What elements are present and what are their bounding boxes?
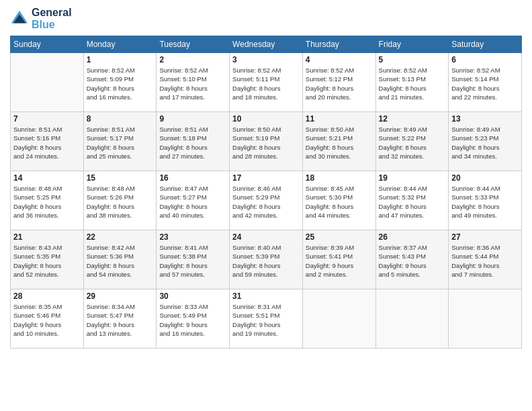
day-info: Sunrise: 8:34 AM Sunset: 5:47 PM Dayligh…	[87, 302, 154, 338]
calendar-cell	[11, 53, 84, 112]
calendar-cell: 24Sunrise: 8:40 AM Sunset: 5:39 PM Dayli…	[230, 230, 303, 289]
day-number: 6	[451, 55, 519, 64]
calendar-cell: 23Sunrise: 8:41 AM Sunset: 5:38 PM Dayli…	[157, 230, 230, 289]
day-number: 23	[159, 232, 226, 242]
weekday-header-row: SundayMondayTuesdayWednesdayThursdayFrid…	[11, 36, 522, 53]
calendar-cell: 1Sunrise: 8:52 AM Sunset: 5:09 PM Daylig…	[83, 53, 157, 112]
day-info: Sunrise: 8:45 AM Sunset: 5:30 PM Dayligh…	[306, 184, 373, 220]
day-info: Sunrise: 8:35 AM Sunset: 5:46 PM Dayligh…	[13, 302, 81, 338]
day-info: Sunrise: 8:51 AM Sunset: 5:18 PM Dayligh…	[159, 125, 226, 161]
day-number: 12	[379, 114, 446, 124]
calendar-week-2: 14Sunrise: 8:48 AM Sunset: 5:25 PM Dayli…	[11, 171, 522, 230]
calendar-cell: 28Sunrise: 8:35 AM Sunset: 5:46 PM Dayli…	[11, 289, 84, 349]
calendar-cell	[375, 289, 449, 349]
calendar-cell: 7Sunrise: 8:51 AM Sunset: 5:16 PM Daylig…	[11, 112, 84, 171]
calendar-cell: 27Sunrise: 8:36 AM Sunset: 5:44 PM Dayli…	[449, 230, 522, 289]
calendar-cell: 6Sunrise: 8:52 AM Sunset: 5:14 PM Daylig…	[449, 53, 522, 112]
day-number: 27	[451, 232, 519, 242]
day-number: 2	[159, 55, 226, 64]
day-info: Sunrise: 8:40 AM Sunset: 5:39 PM Dayligh…	[232, 243, 300, 279]
calendar-week-0: 1Sunrise: 8:52 AM Sunset: 5:09 PM Daylig…	[11, 53, 522, 112]
calendar-cell: 13Sunrise: 8:49 AM Sunset: 5:23 PM Dayli…	[449, 112, 522, 171]
calendar-cell: 4Sunrise: 8:52 AM Sunset: 5:12 PM Daylig…	[302, 53, 375, 112]
calendar-cell: 16Sunrise: 8:47 AM Sunset: 5:27 PM Dayli…	[157, 171, 230, 230]
day-number: 3	[232, 55, 300, 64]
weekday-header-wednesday: Wednesday	[230, 36, 303, 53]
calendar-cell: 15Sunrise: 8:48 AM Sunset: 5:26 PM Dayli…	[83, 171, 157, 230]
day-info: Sunrise: 8:51 AM Sunset: 5:16 PM Dayligh…	[13, 125, 81, 161]
day-info: Sunrise: 8:48 AM Sunset: 5:25 PM Dayligh…	[13, 184, 81, 220]
calendar-cell: 14Sunrise: 8:48 AM Sunset: 5:25 PM Dayli…	[11, 171, 84, 230]
day-info: Sunrise: 8:43 AM Sunset: 5:35 PM Dayligh…	[13, 243, 81, 279]
day-number: 25	[306, 232, 373, 242]
day-number: 21	[13, 232, 81, 242]
logo-text: General Blue	[32, 7, 72, 30]
day-number: 1	[87, 55, 154, 64]
weekday-header-monday: Monday	[83, 36, 157, 53]
day-info: Sunrise: 8:42 AM Sunset: 5:36 PM Dayligh…	[87, 243, 154, 279]
day-info: Sunrise: 8:52 AM Sunset: 5:09 PM Dayligh…	[87, 66, 154, 101]
day-number: 11	[306, 114, 373, 124]
day-info: Sunrise: 8:52 AM Sunset: 5:14 PM Dayligh…	[451, 66, 519, 101]
calendar-cell: 20Sunrise: 8:44 AM Sunset: 5:33 PM Dayli…	[449, 171, 522, 230]
day-number: 10	[232, 114, 300, 124]
calendar-cell: 8Sunrise: 8:51 AM Sunset: 5:17 PM Daylig…	[83, 112, 157, 171]
calendar-cell	[302, 289, 375, 349]
day-number: 7	[13, 114, 81, 124]
calendar-cell: 17Sunrise: 8:46 AM Sunset: 5:29 PM Dayli…	[230, 171, 303, 230]
weekday-header-sunday: Sunday	[11, 36, 84, 53]
calendar-cell: 3Sunrise: 8:52 AM Sunset: 5:11 PM Daylig…	[230, 53, 303, 112]
day-info: Sunrise: 8:50 AM Sunset: 5:21 PM Dayligh…	[306, 125, 373, 161]
day-info: Sunrise: 8:47 AM Sunset: 5:27 PM Dayligh…	[159, 184, 226, 220]
day-info: Sunrise: 8:49 AM Sunset: 5:23 PM Dayligh…	[451, 125, 519, 161]
day-info: Sunrise: 8:48 AM Sunset: 5:26 PM Dayligh…	[87, 184, 154, 220]
day-info: Sunrise: 8:52 AM Sunset: 5:10 PM Dayligh…	[159, 66, 226, 101]
day-info: Sunrise: 8:33 AM Sunset: 5:49 PM Dayligh…	[159, 302, 226, 338]
day-info: Sunrise: 8:41 AM Sunset: 5:38 PM Dayligh…	[159, 243, 226, 279]
day-number: 15	[87, 173, 154, 183]
page: General Blue SundayMondayTuesdayWednesda…	[0, 0, 532, 411]
day-number: 22	[87, 232, 154, 242]
weekday-header-saturday: Saturday	[449, 36, 522, 53]
weekday-header-thursday: Thursday	[302, 36, 375, 53]
calendar-cell: 9Sunrise: 8:51 AM Sunset: 5:18 PM Daylig…	[157, 112, 230, 171]
day-info: Sunrise: 8:46 AM Sunset: 5:29 PM Dayligh…	[232, 184, 300, 220]
day-info: Sunrise: 8:49 AM Sunset: 5:22 PM Dayligh…	[379, 125, 446, 161]
calendar-cell	[449, 289, 522, 349]
day-number: 30	[159, 291, 226, 301]
calendar-week-3: 21Sunrise: 8:43 AM Sunset: 5:35 PM Dayli…	[11, 230, 522, 289]
calendar-week-1: 7Sunrise: 8:51 AM Sunset: 5:16 PM Daylig…	[11, 112, 522, 171]
day-info: Sunrise: 8:52 AM Sunset: 5:11 PM Dayligh…	[232, 66, 300, 101]
calendar-cell: 31Sunrise: 8:31 AM Sunset: 5:51 PM Dayli…	[230, 289, 303, 349]
day-number: 9	[159, 114, 226, 124]
calendar-cell: 30Sunrise: 8:33 AM Sunset: 5:49 PM Dayli…	[157, 289, 230, 349]
calendar-cell: 11Sunrise: 8:50 AM Sunset: 5:21 PM Dayli…	[302, 112, 375, 171]
day-number: 13	[451, 114, 519, 124]
day-number: 20	[451, 173, 519, 183]
day-info: Sunrise: 8:51 AM Sunset: 5:17 PM Dayligh…	[87, 125, 154, 161]
day-info: Sunrise: 8:37 AM Sunset: 5:43 PM Dayligh…	[379, 243, 446, 279]
day-info: Sunrise: 8:36 AM Sunset: 5:44 PM Dayligh…	[451, 243, 519, 279]
day-number: 29	[87, 291, 154, 301]
calendar-cell: 5Sunrise: 8:52 AM Sunset: 5:13 PM Daylig…	[375, 53, 449, 112]
day-number: 19	[379, 173, 446, 183]
day-info: Sunrise: 8:52 AM Sunset: 5:12 PM Dayligh…	[306, 66, 373, 101]
calendar-cell: 18Sunrise: 8:45 AM Sunset: 5:30 PM Dayli…	[302, 171, 375, 230]
day-number: 18	[306, 173, 373, 183]
day-number: 24	[232, 232, 300, 242]
day-number: 8	[87, 114, 154, 124]
day-number: 5	[379, 55, 446, 64]
day-info: Sunrise: 8:50 AM Sunset: 5:19 PM Dayligh…	[232, 125, 300, 161]
calendar-cell: 21Sunrise: 8:43 AM Sunset: 5:35 PM Dayli…	[11, 230, 84, 289]
day-number: 26	[379, 232, 446, 242]
day-number: 17	[232, 173, 300, 183]
header: General Blue	[10, 7, 522, 30]
day-info: Sunrise: 8:52 AM Sunset: 5:13 PM Dayligh…	[379, 66, 446, 101]
day-number: 14	[13, 173, 81, 183]
calendar-cell: 12Sunrise: 8:49 AM Sunset: 5:22 PM Dayli…	[375, 112, 449, 171]
calendar-cell: 25Sunrise: 8:39 AM Sunset: 5:41 PM Dayli…	[302, 230, 375, 289]
calendar-cell: 10Sunrise: 8:50 AM Sunset: 5:19 PM Dayli…	[230, 112, 303, 171]
logo: General Blue	[10, 7, 72, 30]
day-info: Sunrise: 8:44 AM Sunset: 5:32 PM Dayligh…	[379, 184, 446, 220]
calendar-cell: 22Sunrise: 8:42 AM Sunset: 5:36 PM Dayli…	[83, 230, 157, 289]
